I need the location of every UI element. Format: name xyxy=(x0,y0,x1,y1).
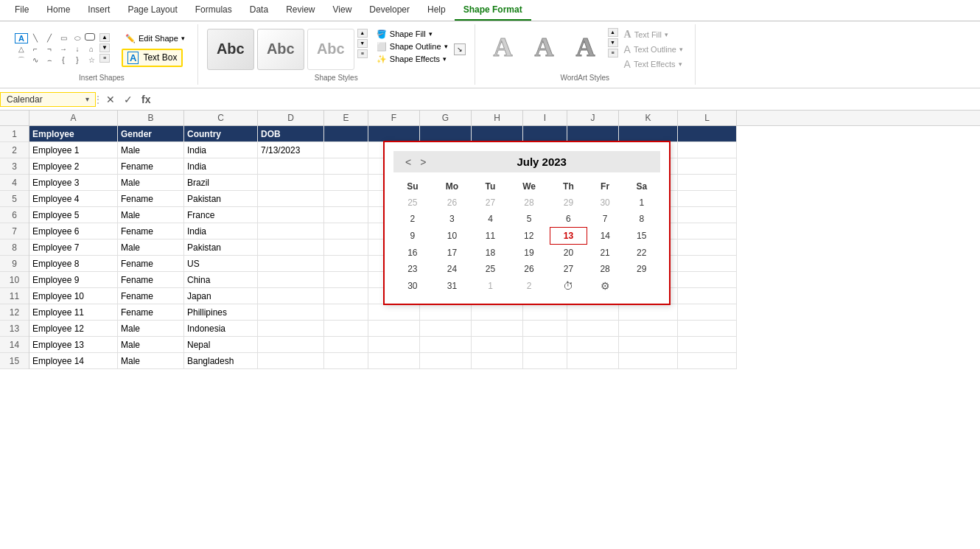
shapes-scroll-more[interactable]: ≡ xyxy=(99,54,110,63)
header-cell-2[interactable]: Gender xyxy=(118,126,184,142)
shape-effects-btn[interactable]: ✨ Shape Effects ▾ xyxy=(374,54,451,65)
cell-r12-c9[interactable] xyxy=(523,304,567,321)
row-num-4[interactable]: 4 xyxy=(0,175,29,191)
cell-r10-c2[interactable]: Fename xyxy=(118,272,184,288)
cell-r12-c6[interactable] xyxy=(368,304,420,321)
col-header-f[interactable]: F xyxy=(368,111,420,125)
cell-r11-c3[interactable]: Japan xyxy=(184,288,258,304)
cal-day-10-w2[interactable]: 10 xyxy=(432,228,472,245)
cal-prev-month-day-27[interactable]: 27 xyxy=(472,195,508,211)
cell-r6-c5[interactable] xyxy=(324,207,368,223)
shapes-scroll-up[interactable]: ▲ xyxy=(99,33,110,42)
edit-shape-btn[interactable]: ✏️ Edit Shape ▾ xyxy=(122,32,189,46)
cell-r4-c4[interactable] xyxy=(258,175,324,191)
cell-r10-c4[interactable] xyxy=(258,272,324,288)
cell-r12-c12[interactable] xyxy=(678,304,737,321)
cell-r2-c1[interactable]: Employee 1 xyxy=(29,142,118,158)
cell-r5-c4[interactable] xyxy=(258,191,324,207)
text-fill-btn[interactable]: A Text Fill ▾ xyxy=(621,28,686,41)
shape-wave-icon[interactable]: ∿ xyxy=(29,55,42,66)
shape-text-icon[interactable]: A xyxy=(15,33,28,43)
cal-day-14-w2[interactable]: 14 xyxy=(587,228,623,245)
cell-r14-c3[interactable]: Nepal xyxy=(184,337,258,353)
ribbon-tab-file[interactable]: File xyxy=(6,0,38,21)
col-header-d[interactable]: D xyxy=(258,111,324,125)
row-num-13[interactable]: 13 xyxy=(0,321,29,337)
calendar-widget[interactable]: < > July 2023 SuMoTuWeThFrSa252627282930… xyxy=(383,141,671,305)
cell-r4-c5[interactable] xyxy=(324,175,368,191)
cell-r12-c8[interactable] xyxy=(472,304,523,321)
cell-r14-c10[interactable] xyxy=(567,337,619,353)
row-num-6[interactable]: 6 xyxy=(0,207,29,223)
shape-squiggle-icon[interactable]: ⌂ xyxy=(85,44,98,55)
cell-r12-c4[interactable] xyxy=(258,304,324,321)
header-cell-3[interactable]: Country xyxy=(184,126,258,142)
cell-r13-c2[interactable]: Male xyxy=(118,321,184,337)
cell-r2-c2[interactable]: Male xyxy=(118,142,184,158)
header-cell-10[interactable] xyxy=(567,126,619,142)
cell-r12-c2[interactable]: Fename xyxy=(118,304,184,321)
header-cell-6[interactable] xyxy=(368,126,420,142)
cell-r15-c9[interactable] xyxy=(523,353,567,369)
cell-r15-c8[interactable] xyxy=(472,353,523,369)
row-num-1[interactable]: 1 xyxy=(0,126,29,142)
cell-r12-c1[interactable]: Employee 11 xyxy=(29,304,118,321)
col-header-g[interactable]: G xyxy=(420,111,472,125)
cell-r14-c4[interactable] xyxy=(258,337,324,353)
cal-time-icon[interactable]: ⏱ xyxy=(550,277,587,295)
header-cell-8[interactable] xyxy=(472,126,523,142)
cal-day-29-w4[interactable]: 29 xyxy=(623,261,661,277)
text-box-btn[interactable]: A Text Box xyxy=(122,49,183,67)
insert-function-btn[interactable]: fx xyxy=(139,92,153,107)
cal-day-4-w1[interactable]: 4 xyxy=(472,211,508,228)
cell-r10-c5[interactable] xyxy=(324,272,368,288)
cell-r5-c2[interactable]: Fename xyxy=(118,191,184,207)
header-cell-5[interactable] xyxy=(324,126,368,142)
cell-r14-c8[interactable] xyxy=(472,337,523,353)
cell-r12-c3[interactable]: Phillipines xyxy=(184,304,258,321)
cell-r14-c12[interactable] xyxy=(678,337,737,353)
cell-r12-c10[interactable] xyxy=(567,304,619,321)
col-header-c[interactable]: C xyxy=(184,111,258,125)
cal-prev-btn[interactable]: < xyxy=(401,156,416,168)
shape-fill-btn[interactable]: 🪣 Shape Fill ▾ xyxy=(374,29,451,40)
col-header-k[interactable]: K xyxy=(619,111,678,125)
shape-star-icon[interactable]: ☆ xyxy=(85,55,98,66)
style-scroll-up[interactable]: ▲ xyxy=(357,29,368,38)
ribbon-tab-page-layout[interactable]: Page Layout xyxy=(119,0,186,21)
cell-r5-c5[interactable] xyxy=(324,191,368,207)
cell-r10-c3[interactable]: China xyxy=(184,272,258,288)
shape-angle1-icon[interactable]: ⌐ xyxy=(29,44,42,55)
cell-r4-c2[interactable]: Male xyxy=(118,175,184,191)
ribbon-tab-view[interactable]: View xyxy=(324,0,361,21)
cell-r7-c3[interactable]: India xyxy=(184,223,258,239)
cal-day-12-w2[interactable]: 12 xyxy=(508,228,550,245)
cell-r9-c1[interactable]: Employee 8 xyxy=(29,256,118,272)
formula-input[interactable] xyxy=(156,94,980,105)
shape-style-2-btn[interactable]: Abc xyxy=(257,29,304,70)
cell-r2-c3[interactable]: India xyxy=(184,142,258,158)
shape-arrow-right-icon[interactable]: → xyxy=(57,44,70,55)
cal-next-month-day-2[interactable]: 2 xyxy=(508,277,550,295)
cell-r9-c3[interactable]: US xyxy=(184,256,258,272)
cell-r7-c5[interactable] xyxy=(324,223,368,239)
cell-r4-c1[interactable]: Employee 3 xyxy=(29,175,118,191)
cell-r7-c4[interactable] xyxy=(258,223,324,239)
ribbon-tab-review[interactable]: Review xyxy=(277,0,323,21)
header-cell-1[interactable]: Employee xyxy=(29,126,118,142)
cal-day-19-w3[interactable]: 19 xyxy=(508,245,550,262)
cell-r6-c12[interactable] xyxy=(678,207,737,223)
row-num-3[interactable]: 3 xyxy=(0,158,29,175)
cell-r14-c2[interactable]: Male xyxy=(118,337,184,353)
header-cell-12[interactable] xyxy=(678,126,737,142)
cell-r2-c12[interactable] xyxy=(678,142,737,158)
shape-outline-btn[interactable]: ⬜ Shape Outline ▾ xyxy=(374,41,451,52)
cal-day-7-w1[interactable]: 7 xyxy=(587,211,623,228)
confirm-formula-btn[interactable]: ✓ xyxy=(121,92,136,107)
shape-arrow-down-icon[interactable]: ↓ xyxy=(71,44,84,55)
wordart-scroll-more[interactable]: ≡ xyxy=(608,49,618,57)
cell-r13-c6[interactable] xyxy=(368,321,420,337)
cell-r13-c1[interactable]: Employee 12 xyxy=(29,321,118,337)
cell-r13-c4[interactable] xyxy=(258,321,324,337)
cal-prev-month-day-28[interactable]: 28 xyxy=(508,195,550,211)
